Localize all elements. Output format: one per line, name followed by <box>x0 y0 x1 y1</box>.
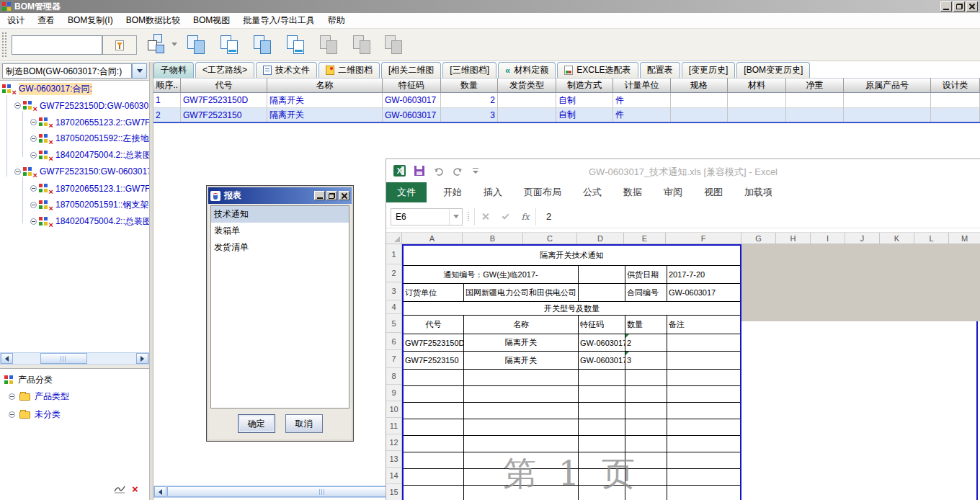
expand-handle-icon[interactable] <box>30 135 37 142</box>
column-header[interactable]: 原属产品号 <box>844 78 931 93</box>
col-header[interactable]: J <box>845 233 880 244</box>
cell[interactable] <box>404 403 464 419</box>
column-header[interactable]: 规格 <box>671 78 728 93</box>
row-header[interactable]: 8 <box>386 368 401 385</box>
dialog-minimize-button[interactable] <box>314 191 325 200</box>
column-header[interactable]: 净重 <box>786 78 844 93</box>
row-header[interactable]: 4 <box>386 300 401 314</box>
bom-structure-button[interactable] <box>146 34 166 55</box>
undo-icon[interactable] <box>433 166 444 176</box>
report-button[interactable] <box>102 35 137 55</box>
copy-button-4[interactable] <box>285 35 308 56</box>
cell-ship-type[interactable] <box>498 93 556 108</box>
cell[interactable] <box>404 419 464 435</box>
menu-import-export[interactable]: 批量导入/导出工具 <box>243 14 314 27</box>
cell[interactable] <box>667 370 740 385</box>
cell-header-code[interactable]: 代号 <box>404 316 464 334</box>
cell[interactable] <box>464 370 579 385</box>
menu-bom-compare[interactable]: BOM数据比较 <box>126 14 180 27</box>
cell[interactable] <box>579 386 625 402</box>
ribbon-tab-insert[interactable]: 插入 <box>473 182 513 202</box>
col-header[interactable]: L <box>914 233 949 244</box>
cell[interactable] <box>579 419 625 435</box>
cancel-button[interactable]: 取消 <box>285 414 323 433</box>
cell-orderer-label[interactable]: 订货单位 <box>404 284 464 301</box>
cell-make-type[interactable]: 自制 <box>556 108 613 122</box>
cell[interactable] <box>625 370 667 385</box>
cell[interactable] <box>667 436 740 452</box>
expand-handle-icon[interactable] <box>14 169 21 175</box>
cell[interactable] <box>667 403 740 419</box>
cell-title[interactable]: 隔离开关技术通知 <box>404 246 740 265</box>
cell-section-title[interactable]: 开关型号及数量 <box>404 302 740 315</box>
cell-unit[interactable]: 件 <box>613 108 671 122</box>
cell[interactable] <box>579 469 625 485</box>
name-box-dropdown[interactable] <box>449 209 462 225</box>
ribbon-tab-formulas[interactable]: 公式 <box>572 182 612 202</box>
expand-handle-icon[interactable] <box>9 411 15 418</box>
cell-d7[interactable]: GW-0603017 <box>579 352 625 369</box>
cell-material[interactable] <box>728 108 786 122</box>
cell-f7[interactable] <box>667 352 740 369</box>
cell[interactable] <box>625 436 667 452</box>
menu-design[interactable]: 设计 <box>7 14 24 27</box>
tree-item[interactable]: 184020475004.2::总装图:6:. <box>0 147 149 164</box>
insert-function-button[interactable]: fx <box>515 212 535 222</box>
cell[interactable] <box>579 266 625 283</box>
cell-make-type[interactable]: 自制 <box>556 93 613 108</box>
menu-view[interactable]: 查看 <box>37 14 55 27</box>
cell[interactable] <box>625 452 667 468</box>
cell-unit[interactable]: 件 <box>613 93 671 108</box>
cell[interactable] <box>404 436 464 452</box>
search-input[interactable] <box>12 35 102 55</box>
signature-icon[interactable] <box>114 484 125 494</box>
column-header[interactable]: 名称 <box>267 78 383 93</box>
save-icon[interactable] <box>414 166 424 176</box>
cell-origin[interactable] <box>844 108 931 122</box>
cell[interactable] <box>404 386 464 402</box>
cell[interactable] <box>404 469 464 485</box>
cell[interactable] <box>625 403 667 419</box>
cell[interactable] <box>464 419 579 435</box>
dialog-close-button[interactable] <box>339 191 349 200</box>
col-header[interactable]: B <box>463 233 523 244</box>
cell-header-remark[interactable]: 备注 <box>667 316 740 334</box>
tree-item[interactable]: GW7F2523150D:GW-0603017: <box>0 97 149 114</box>
cell-e7[interactable]: 3 <box>625 352 667 369</box>
col-header[interactable]: G <box>741 233 776 244</box>
copy-button-2[interactable] <box>219 35 242 56</box>
cell-supply-date[interactable]: 2017-7-20 <box>667 266 740 283</box>
cell-code[interactable]: GW7F2523150 <box>181 108 267 122</box>
tab-3d-docs[interactable]: [三维图档] <box>442 62 496 78</box>
cell[interactable] <box>667 452 740 468</box>
expand-handle-icon[interactable] <box>30 218 37 225</box>
tab-process-route[interactable]: <工艺路线> <box>195 62 254 78</box>
copy-button-1[interactable] <box>186 35 209 56</box>
tree-item[interactable]: 187020655123.2::GW7F-36 <box>0 114 149 130</box>
tree-item[interactable]: GW7F2523150:GW-0603017:隔 <box>0 164 149 180</box>
cell[interactable] <box>667 386 740 402</box>
cell-origin[interactable] <box>844 93 931 108</box>
expand-handle-icon[interactable] <box>9 393 15 400</box>
cell[interactable] <box>464 486 579 500</box>
tree-item[interactable]: 1870502051591::钢支架装配 <box>0 197 149 213</box>
list-item-packing-list[interactable]: 装箱单 <box>211 223 349 239</box>
cell[interactable] <box>464 452 579 468</box>
col-header[interactable]: E <box>624 233 666 244</box>
cell-weight[interactable] <box>786 93 844 108</box>
row-header[interactable]: 2 <box>386 264 401 282</box>
ribbon-tab-page-layout[interactable]: 页面布局 <box>513 182 572 202</box>
cell-b6[interactable]: 隔离开关 <box>464 334 579 351</box>
row-header[interactable]: 3 <box>386 282 401 300</box>
cell-header-feature[interactable]: 特征码 <box>579 316 625 334</box>
cell-design[interactable] <box>931 93 980 108</box>
cell-seq[interactable]: 1 <box>153 93 181 108</box>
cell[interactable] <box>464 436 579 452</box>
ok-button[interactable]: 确定 <box>238 414 275 433</box>
table-row[interactable]: 1 GW7F2523150D 隔离开关 GW-0603017 2 自制 件 <box>153 93 980 108</box>
cell[interactable] <box>464 469 579 485</box>
menu-bom-copy[interactable]: BOM复制(I) <box>68 14 113 27</box>
row-header[interactable]: 15 <box>386 484 401 500</box>
tab-config-table[interactable]: 配置表 <box>640 62 680 78</box>
dialog-title-bar[interactable]: 报表 <box>208 187 352 204</box>
